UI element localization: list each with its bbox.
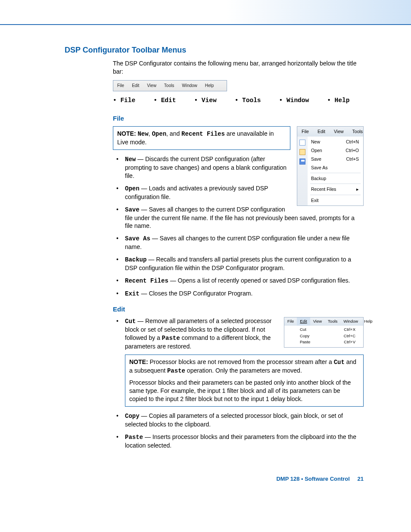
list-item: Copy — Copies all parameters of a select… [113,412,364,429]
note-paragraph: Processor blocks and their parameters ca… [129,379,359,403]
dd-row: NewCtrl+N [308,137,363,146]
menubar-item: File [113,81,128,91]
note-label: NOTE: [129,358,148,365]
menu-bullet-list: • File • Edit • View • Tools • Window • … [113,96,364,105]
edit-dropdown-screenshot: File Edit View Tools Window Help CutCtrl… [284,317,364,348]
footer-page-number: 21 [358,476,364,482]
menubar-item: Edit [128,81,143,91]
list-item: Backup — Recalls and transfers all parti… [113,255,364,272]
menu-bullet: • Edit [153,96,176,105]
dd-row: CutCtrl+X [284,327,363,333]
dd-head-item: Window [340,317,361,326]
dd-row: CopyCtrl+C [284,333,363,339]
dd-row: OpenCtrl+O [308,146,363,155]
new-file-icon [299,140,305,146]
note-label: NOTE: [117,130,136,137]
list-item: New — Discards the current DSP configura… [113,155,364,180]
menu-bullet: • Window [279,96,309,105]
intro-text: The DSP Configurator contains the follow… [113,59,364,76]
note-box-file: NOTE: New, Open, and Recent Files are un… [113,126,290,150]
heading-main: DSP Configurator Toolbar Menus [65,45,364,55]
menu-bullet: • File [113,96,135,105]
menubar-item: Tools [160,81,178,91]
page-body: DSP Configurator Toolbar Menus The DSP C… [0,45,411,500]
dd-head-item: File [297,127,313,136]
page-header-gradient [0,0,411,25]
list-item: Exit — Closes the DSP Configurator Progr… [113,289,364,298]
dd-head-item: View [310,317,325,326]
note-box-edit: NOTE: Processor blocks are not removed f… [125,355,364,406]
dd-head-item: Help [361,317,376,326]
file-items-list: New — Discards the current DSP configura… [113,155,364,298]
list-item: Save — Saves all changes to the current … [113,205,364,230]
dd-row: PasteCtrl+V [284,339,363,345]
dd-head-item: Tools [348,127,367,136]
menubar-item: Help [201,81,218,91]
edit-items-top: Cut — Remove all parameters of a selecte… [113,317,277,351]
menubar-screenshot: File Edit View Tools Window Help [113,80,227,91]
menubar-item: View [143,81,160,91]
dd-head-item: File [284,317,297,326]
list-item: Paste — Inserts processor blocks and the… [113,433,364,450]
page-footer: DMP 128 • Software Control 21 [65,475,364,483]
list-item: Open — Loads and activates a previously … [113,184,364,201]
open-folder-icon [299,149,305,155]
dropdown-head: File Edit View Tools [297,127,363,136]
menu-bullet: • View [194,96,216,105]
heading-file: File [113,114,364,123]
menu-bullet: • Tools [235,96,261,105]
dropdown-head: File Edit View Tools Window Help [284,317,363,326]
heading-edit: Edit [113,305,364,314]
dd-head-item: View [330,127,348,136]
list-item: Cut — Remove all parameters of a selecte… [113,317,277,351]
edit-items-bottom: Copy — Copies all parameters of a select… [113,412,364,450]
dd-head-item: Tools [325,317,340,326]
footer-product: DMP 128 • Software Control [276,476,349,482]
dd-head-item: Edit [297,317,310,326]
list-item: Save As — Saves all changes to the curre… [113,234,364,251]
dd-head-item: Edit [313,127,330,136]
list-item: Recent Files — Opens a list of recently … [113,277,364,285]
menubar-item: Window [178,81,201,91]
menu-bullet: • Help [327,96,349,105]
